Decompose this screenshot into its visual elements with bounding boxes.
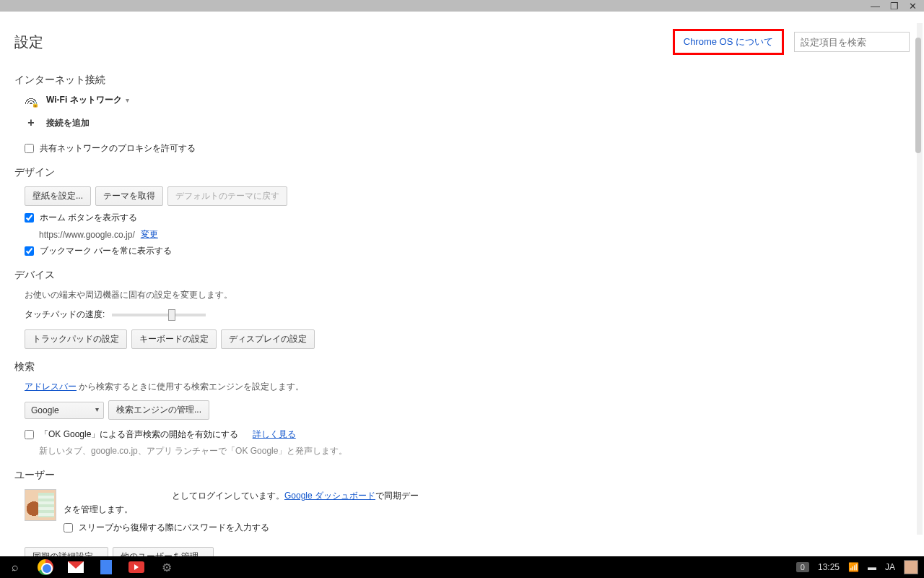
scrollbar-track[interactable]	[917, 23, 923, 535]
reset-theme-button: デフォルトのテーマに戻す	[167, 186, 287, 206]
window-maximize-button[interactable]: ❐	[890, 1, 899, 12]
sleep-password-label: スリープから復帰する際にパスワードを入力する	[79, 521, 269, 535]
scrollbar-thumb[interactable]	[915, 38, 921, 153]
search-engine-select[interactable]: Google	[25, 402, 104, 419]
slider-thumb[interactable]	[168, 309, 175, 321]
device-description: お使いの端末や周辺機器に固有の設定を変更します。	[25, 289, 910, 301]
user-login-line-1: としてログインしています。Google ダッシュボードで同期デー	[64, 489, 419, 503]
change-home-url-link[interactable]: 変更	[141, 228, 158, 241]
clock: 13:25	[818, 562, 840, 572]
section-search-heading: 検索	[14, 361, 910, 374]
wifi-network-selector[interactable]: 🔒 Wi-Fi ネットワーク ▾	[25, 94, 910, 106]
show-bookmarks-bar-label: ブックマーク バーを常に表示する	[40, 245, 172, 257]
settings-content: 設定 Chrome OS について インターネット接続 🔒 Wi-Fi ネットワ…	[0, 12, 924, 556]
settings-app-icon[interactable]: ⚙	[159, 559, 175, 575]
show-home-button-label: ホーム ボタンを表示する	[40, 212, 137, 224]
touchpad-speed-slider[interactable]	[112, 314, 206, 316]
battery-status-icon: ▬	[868, 562, 876, 572]
ok-google-note: 新しいタブ、google.co.jp、アプリ ランチャーで「OK Google」…	[39, 445, 910, 457]
chevron-down-icon: ▾	[126, 96, 129, 104]
manage-search-engines-button[interactable]: 検索エンジンの管理...	[108, 400, 209, 420]
manage-other-users-button[interactable]: 他のユーザーを管理...	[113, 547, 214, 556]
sleep-password-checkbox[interactable]	[64, 523, 73, 532]
section-device-heading: デバイス	[14, 269, 910, 282]
sync-advanced-settings-button[interactable]: 同期の詳細設定...	[25, 547, 108, 556]
page-title: 設定	[14, 33, 43, 52]
launcher-search-icon[interactable]: ⌕	[7, 559, 23, 575]
google-dashboard-link[interactable]: Google ダッシュボード	[284, 491, 375, 501]
touchpad-speed-label: タッチパッドの速度:	[25, 309, 105, 321]
wifi-icon: 🔒	[25, 95, 38, 105]
plus-icon: +	[25, 116, 38, 129]
login-tail-a: としてログインしています。	[172, 491, 284, 501]
notification-count[interactable]: 0	[796, 562, 809, 572]
home-url-text: https://www.google.co.jp/	[39, 230, 135, 240]
gmail-app-icon[interactable]	[68, 559, 84, 575]
keyboard-settings-button[interactable]: キーボードの設定	[131, 329, 217, 349]
status-tray[interactable]: 0 13:25 📶 ▬ JA	[796, 560, 924, 574]
chrome-app-icon[interactable]	[38, 559, 53, 575]
search-desc-tail: から検索するときに使用する検索エンジンを設定します。	[77, 381, 304, 392]
user-login-line-2: タを管理します。	[64, 503, 419, 517]
ok-google-learn-more-link[interactable]: 詳しく見る	[253, 428, 296, 441]
omnibox-link[interactable]: アドレスバー	[25, 381, 77, 392]
docs-app-icon[interactable]	[98, 559, 114, 575]
lock-icon: 🔒	[32, 101, 39, 108]
search-description: アドレスバー から検索するときに使用する検索エンジンを設定します。	[25, 381, 910, 393]
show-home-button-row[interactable]: ホーム ボタンを表示する	[25, 212, 910, 224]
show-bookmarks-bar-row[interactable]: ブックマーク バーを常に表示する	[25, 245, 910, 257]
display-settings-button[interactable]: ディスプレイの設定	[221, 329, 315, 349]
login-tail-b: で同期デー	[375, 491, 419, 501]
window-close-button[interactable]: ✕	[909, 1, 917, 12]
set-wallpaper-button[interactable]: 壁紙を設定...	[25, 186, 91, 206]
add-connection-button[interactable]: + 接続を追加	[25, 116, 910, 129]
ok-google-row[interactable]: 「OK Google」による音声検索の開始を有効にする 詳しく見る	[25, 428, 910, 441]
show-home-button-checkbox[interactable]	[25, 213, 34, 223]
trackpad-settings-button[interactable]: トラックパッドの設定	[25, 329, 127, 349]
section-user-heading: ユーザー	[14, 469, 910, 482]
section-design-heading: デザイン	[14, 166, 910, 179]
get-theme-button[interactable]: テーマを取得	[95, 186, 163, 206]
allow-shared-proxy-row[interactable]: 共有ネットワークのプロキシを許可する	[25, 142, 910, 155]
user-status-avatar[interactable]	[904, 560, 918, 574]
allow-shared-proxy-label: 共有ネットワークのプロキシを許可する	[40, 142, 196, 155]
sleep-password-row[interactable]: スリープから復帰する際にパスワードを入力する	[64, 521, 419, 535]
user-avatar[interactable]	[25, 489, 56, 521]
window-titlebar: — ❐ ✕	[0, 0, 924, 12]
home-url-row: https://www.google.co.jp/ 変更	[39, 228, 910, 241]
settings-search-input[interactable]	[794, 32, 910, 52]
show-bookmarks-bar-checkbox[interactable]	[25, 246, 34, 256]
wifi-status-icon: 📶	[848, 562, 859, 572]
ok-google-checkbox[interactable]	[25, 430, 34, 439]
about-chrome-os-link[interactable]: Chrome OS について	[673, 29, 784, 55]
allow-shared-proxy-checkbox[interactable]	[25, 144, 34, 153]
shelf: ⌕ ⚙ 0 13:25 📶 ▬ JA	[0, 556, 924, 578]
ok-google-label: 「OK Google」による音声検索の開始を有効にする	[40, 428, 238, 441]
section-internet-heading: インターネット接続	[14, 74, 910, 87]
wifi-network-label: Wi-Fi ネットワーク	[46, 95, 122, 105]
add-connection-label: 接続を追加	[46, 117, 90, 129]
youtube-app-icon[interactable]	[128, 559, 144, 575]
window-minimize-button[interactable]: —	[871, 1, 880, 12]
ime-indicator[interactable]: JA	[885, 562, 895, 572]
